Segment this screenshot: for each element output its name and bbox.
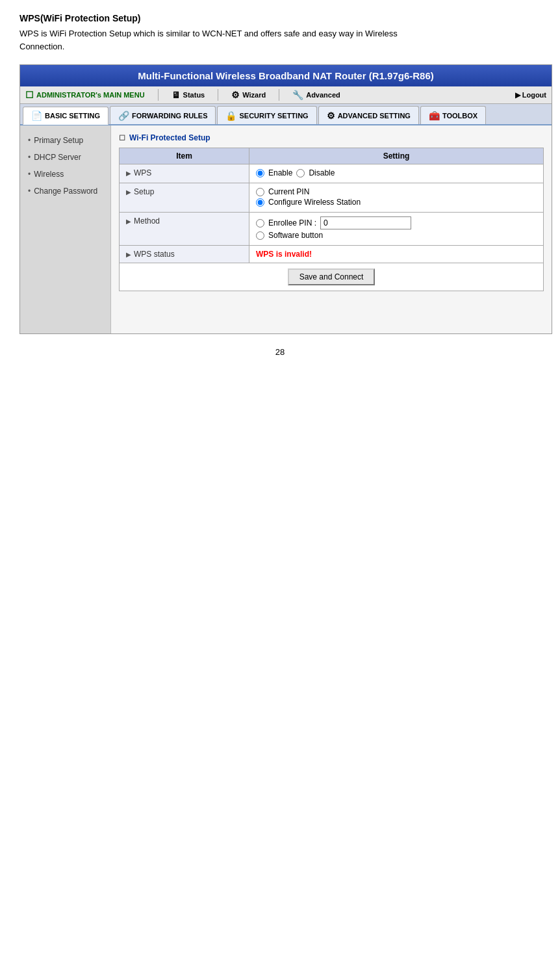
- tab-toolbox-label: TOOLBOX: [442, 112, 477, 120]
- sidebar-item-wireless[interactable]: Wireless: [20, 166, 110, 183]
- wps-section-title: ☐ Wi-Fi Protected Setup: [119, 133, 544, 142]
- status-nav-item[interactable]: 🖥 Status: [172, 90, 205, 100]
- router-ui: Multi-Functional Wireless Broadband NAT …: [19, 64, 552, 334]
- toolbox-icon: 🧰: [429, 111, 440, 121]
- basic-setting-icon: 📄: [31, 111, 42, 121]
- tab-toolbox[interactable]: 🧰 TOOLBOX: [420, 106, 486, 124]
- advanced-nav-item[interactable]: 🔧 Advanced: [292, 90, 340, 100]
- wps-setting-cell: Enable Disable: [249, 164, 544, 183]
- tab-forwarding-rules[interactable]: 🔗 FORWARDING RULES: [110, 106, 216, 124]
- sidebar-item-dhcp-label: DHCP Server: [34, 153, 81, 162]
- enrollee-pin-input[interactable]: [320, 216, 411, 229]
- description-line2: Connection.: [19, 42, 64, 51]
- enrollee-pin-label: Enrollee PIN :: [268, 218, 316, 228]
- wps-label-text: WPS: [134, 168, 151, 177]
- configure-wireless-label: Configure Wireless Station: [268, 198, 361, 207]
- admin-menu-label: ADMINISTRATOR's MAIN MENU: [36, 91, 145, 99]
- advanced-icon: 🔧: [292, 90, 303, 100]
- security-icon: 🔒: [225, 111, 236, 121]
- setup-label-text: Setup: [134, 187, 154, 196]
- sidebar-item-change-password-label: Change Password: [34, 187, 97, 196]
- logout-label: Logout: [522, 91, 546, 99]
- method-item-cell: ▶ Method: [120, 213, 249, 246]
- nav-divider-3: [279, 89, 279, 101]
- sidebar-item-primary-setup-label: Primary Setup: [34, 136, 83, 145]
- method-arrow-icon: ▶: [126, 218, 131, 225]
- status-label: Status: [183, 91, 205, 99]
- sidebar-item-primary-setup[interactable]: Primary Setup: [20, 132, 110, 149]
- advanced-setting-icon: ⚙: [327, 111, 335, 121]
- nav-divider-1: [158, 89, 159, 101]
- sidebar: Primary Setup DHCP Server Wireless Chang…: [20, 125, 111, 333]
- wps-status-item-label: ▶ WPS status: [126, 250, 242, 259]
- wps-status-setting-cell: WPS is invalid!: [249, 246, 544, 263]
- forwarding-icon: 🔗: [118, 111, 129, 121]
- tab-security-label: SECURITY SETTING: [239, 112, 308, 120]
- content-area: Primary Setup DHCP Server Wireless Chang…: [20, 125, 552, 333]
- wizard-nav-item[interactable]: ⚙ Wizard: [231, 90, 266, 100]
- wps-enable-radio[interactable]: [256, 169, 264, 177]
- software-button-radio[interactable]: [256, 231, 264, 240]
- enrollee-pin-row: Enrollee PIN :: [256, 216, 537, 229]
- wps-status-text: WPS is invalid!: [256, 250, 312, 259]
- tab-forwarding-label: FORWARDING RULES: [132, 112, 208, 120]
- router-title: Multi-Functional Wireless Broadband NAT …: [138, 70, 433, 81]
- tab-security-setting[interactable]: 🔒 SECURITY SETTING: [217, 106, 316, 124]
- section-title-icon: ☐: [119, 134, 125, 142]
- wps-item-label: ▶ WPS: [126, 168, 242, 177]
- main-nav: ☐ ADMINISTRATOR's MAIN MENU 🖥 Status ⚙ W…: [20, 86, 552, 104]
- status-icon: 🖥: [172, 90, 181, 100]
- logout-arrow: ▶: [515, 91, 522, 99]
- tab-basic-setting-label: BASIC SETTING: [45, 112, 100, 120]
- setup-current-pin-row: Current PIN: [256, 187, 537, 196]
- wps-enable-row: Enable Disable: [256, 168, 537, 177]
- setup-configure-row: Configure Wireless Station: [256, 198, 537, 207]
- page-description: WPS is WiFi Protection Setup which is si…: [19, 27, 541, 53]
- configure-wireless-radio[interactable]: [256, 198, 264, 207]
- enrollee-pin-radio[interactable]: [256, 219, 264, 228]
- current-pin-radio[interactable]: [256, 188, 264, 196]
- wizard-icon: ⚙: [231, 90, 240, 100]
- wps-disable-label: Disable: [309, 168, 335, 177]
- sidebar-item-wireless-label: Wireless: [34, 170, 64, 179]
- tab-basic-setting[interactable]: 📄 BASIC SETTING: [23, 107, 108, 125]
- sidebar-item-dhcp-server[interactable]: DHCP Server: [20, 149, 110, 166]
- setup-arrow-icon: ▶: [126, 189, 131, 196]
- method-label-text: Method: [134, 216, 160, 226]
- wps-table: Item Setting ▶ WPS: [119, 148, 544, 291]
- col-item-header: Item: [120, 148, 249, 164]
- router-header: Multi-Functional Wireless Broadband NAT …: [20, 65, 552, 86]
- advanced-label: Advanced: [306, 91, 340, 99]
- sidebar-item-change-password[interactable]: Change Password: [20, 183, 110, 200]
- sub-nav: 📄 BASIC SETTING 🔗 FORWARDING RULES 🔒 SEC…: [20, 104, 552, 125]
- tab-advanced-label: ADVANCED SETTING: [338, 112, 411, 120]
- method-item-label: ▶ Method: [126, 216, 242, 226]
- page-wrapper: WPS(WiFi Protection Setup) WPS is WiFi P…: [0, 0, 560, 370]
- software-button-row: Software button: [256, 231, 537, 240]
- save-connect-cell: Save and Connect: [120, 263, 544, 291]
- tab-advanced-setting[interactable]: ⚙ ADVANCED SETTING: [318, 106, 419, 124]
- setup-item-cell: ▶ Setup: [120, 183, 249, 213]
- setup-setting-cell: Current PIN Configure Wireless Station: [249, 183, 544, 213]
- table-row: ▶ WPS status WPS is invalid!: [120, 246, 544, 263]
- logout-button[interactable]: ▶ Logout: [515, 91, 546, 99]
- wps-disable-radio[interactable]: [296, 169, 305, 177]
- save-connect-button[interactable]: Save and Connect: [288, 268, 375, 285]
- admin-menu-icon: ☐: [25, 90, 34, 100]
- main-content: ☐ Wi-Fi Protected Setup Item Setting: [111, 125, 552, 333]
- description-line1: WPS is WiFi Protection Setup which is si…: [19, 29, 398, 38]
- software-button-label: Software button: [268, 231, 323, 240]
- admin-menu-item[interactable]: ☐ ADMINISTRATOR's MAIN MENU: [25, 90, 145, 100]
- current-pin-label: Current PIN: [268, 187, 309, 196]
- section-title-text: Wi-Fi Protected Setup: [129, 133, 210, 142]
- wps-arrow-icon: ▶: [126, 170, 131, 177]
- wps-status-item-cell: ▶ WPS status: [120, 246, 249, 263]
- wps-item-cell: ▶ WPS: [120, 164, 249, 183]
- page-footer: 28: [19, 347, 541, 357]
- page-number: 28: [275, 347, 285, 357]
- wps-enable-label: Enable: [268, 168, 292, 177]
- table-row: Save and Connect: [120, 263, 544, 291]
- table-row: ▶ WPS Enable Disable: [120, 164, 544, 183]
- setup-item-label: ▶ Setup: [126, 187, 242, 196]
- method-setting-cell: Enrollee PIN : Software button: [249, 213, 544, 246]
